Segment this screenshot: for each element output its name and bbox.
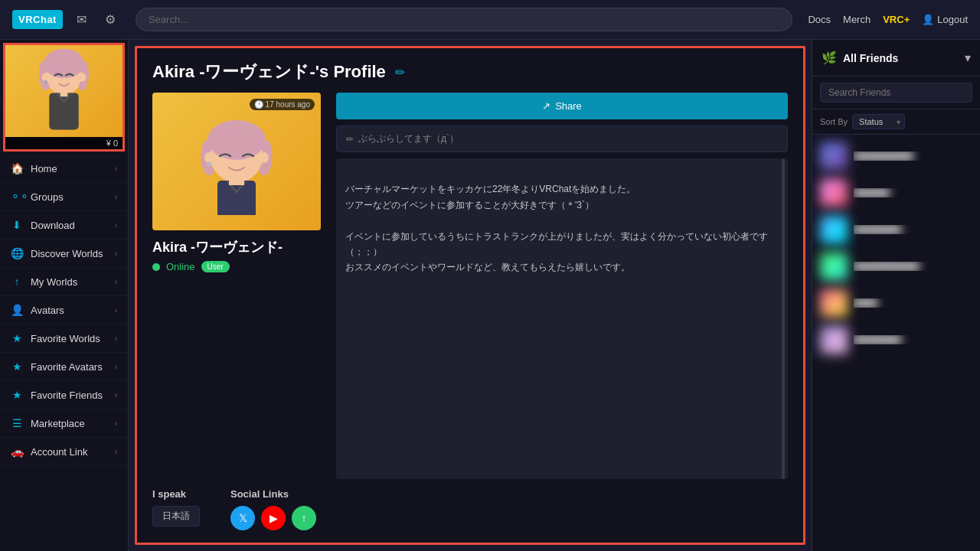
friends-search [812, 77, 980, 109]
social-icons: 𝕏 ▶ ↑ [230, 506, 316, 530]
sidebar-item-label-my-worlds: My Worlds [31, 276, 107, 288]
marketplace-icon: ☰ [11, 417, 23, 429]
svg-rect-5 [49, 93, 78, 129]
favorite-worlds-icon: ★ [11, 332, 23, 344]
mail-icon[interactable]: ✉ [72, 9, 91, 30]
friend-item[interactable]: ████████ [812, 321, 980, 358]
friends-sort: Sort By Status Name Recent ▾ [812, 109, 980, 135]
sidebar-item-label-favorite-friends: Favorite Friends [31, 390, 107, 401]
time-ago-text: 17 hours ago [266, 100, 310, 109]
chevron-right-icon-discover: › [115, 249, 117, 258]
svg-point-10 [260, 152, 269, 163]
sidebar-item-label-groups: Groups [31, 191, 107, 203]
sidebar-item-label-favorite-worlds: Favorite Worlds [31, 333, 107, 344]
friend-info: ██████████ [854, 152, 972, 161]
sort-label: Sort By [820, 117, 848, 126]
social-label: Social Links [230, 488, 316, 500]
profile-body: 🕐 17 hours ago [137, 93, 803, 488]
sidebar-item-favorite-friends[interactable]: ★ Favorite Friends › [0, 381, 128, 409]
status-row: Online User [152, 261, 321, 272]
svg-rect-6 [60, 91, 68, 96]
sidebar-item-download[interactable]: ⬇ Download › [0, 211, 128, 240]
sidebar-item-marketplace[interactable]: ☰ Marketplace › [0, 409, 128, 438]
sort-wrapper: Status Name Recent ▾ [852, 114, 905, 129]
friend-item[interactable]: ██████████ [812, 138, 980, 174]
youtube-link[interactable]: ▶ [261, 506, 286, 530]
settings-icon[interactable]: ⚙ [100, 9, 120, 30]
sidebar-item-favorite-avatars[interactable]: ★ Favorite Avatars › [0, 353, 128, 381]
friend-name: ██████████ [854, 152, 972, 161]
avatar-currency: ¥ 0 [5, 137, 122, 149]
search-input[interactable] [136, 8, 792, 31]
friends-panel: 🌿 All Friends ▾ Sort By Status Name Rece… [812, 40, 980, 551]
friend-name: ███████████ [854, 262, 972, 271]
speaks-section: I speak 日本語 [152, 488, 200, 530]
sidebar-avatar-section[interactable]: ¥ 0 [3, 43, 125, 152]
friends-label: All Friends [843, 52, 898, 64]
chevron-right-icon-download: › [115, 221, 117, 230]
share-social-icon: ↑ [302, 512, 307, 524]
language-tag: 日本語 [152, 506, 200, 527]
svg-point-1 [44, 49, 84, 78]
profile-details: ↗ Share ✏ ぶらぶらしてます（д`） バーチャルマーケットをキッカケに2… [336, 93, 788, 479]
chevron-right-icon-accountlink: › [115, 448, 117, 456]
sidebar-item-home[interactable]: 🏠 Home › [0, 155, 128, 183]
chevron-right-icon-myworlds: › [115, 278, 117, 286]
sidebar-item-account-link[interactable]: 🚗 Account Link › [0, 438, 128, 466]
my-worlds-icon: ↑ [11, 276, 23, 288]
time-badge: 🕐 17 hours ago [250, 99, 315, 110]
merch-link[interactable]: Merch [843, 14, 871, 25]
profile-name-status: Akira -ワーヴェンド- Online User [152, 238, 321, 272]
logout-icon: 👤 [922, 14, 934, 25]
twitter-link[interactable]: 𝕏 [230, 506, 255, 530]
vrcplus-link[interactable]: VRC+ [883, 14, 910, 25]
profile-header: Akira -ワーヴェンド-'s Profile ✏ [137, 48, 803, 93]
svg-point-4 [44, 80, 47, 84]
profile-avatar-image: 🕐 17 hours ago [152, 93, 321, 230]
sidebar-item-label-marketplace: Marketplace [31, 418, 107, 429]
chevron-right-icon: › [115, 165, 117, 173]
share-social-link[interactable]: ↑ [292, 506, 316, 530]
svg-point-11 [207, 161, 211, 166]
friends-dropdown-icon[interactable]: ▾ [965, 51, 971, 65]
sort-select[interactable]: Status Name Recent [852, 114, 905, 129]
sidebar-item-favorite-worlds[interactable]: ★ Favorite Worlds › [0, 324, 128, 353]
user-badge: User [201, 261, 230, 272]
topbar-links: Docs Merch VRC+ 👤 Logout [808, 14, 968, 25]
favorite-friends-icon: ★ [11, 389, 23, 401]
friend-name: ██████ [854, 188, 972, 197]
friend-item[interactable]: ████ [812, 285, 980, 321]
sidebar-item-label-avatars: Avatars [31, 305, 107, 316]
friend-item[interactable]: ██████ [812, 174, 980, 211]
speaks-label: I speak [152, 488, 200, 500]
friend-info: ███████████ [854, 262, 972, 271]
friend-info: ████████ [854, 335, 972, 344]
sidebar-item-groups[interactable]: ⚬⚬ Groups › [0, 183, 128, 211]
edit-icon[interactable]: ✏ [395, 65, 405, 80]
download-icon: ⬇ [11, 219, 23, 231]
sidebar-item-label-favorite-avatars: Favorite Avatars [31, 361, 107, 373]
sidebar-item-my-worlds[interactable]: ↑ My Worlds › [0, 268, 128, 296]
bio-scrollbar[interactable] [782, 158, 785, 479]
sidebar-item-discover-worlds[interactable]: 🌐 Discover Worlds › [0, 240, 128, 268]
profile-bottom: I speak 日本語 Social Links 𝕏 ▶ ↑ [137, 488, 803, 543]
share-button[interactable]: ↗ Share [336, 93, 788, 119]
docs-link[interactable]: Docs [808, 14, 831, 25]
content-pane: Akira -ワーヴェンド-'s Profile ✏ 🕐 17 hours ag… [129, 40, 812, 551]
vrchat-logo: VRChat [12, 10, 63, 29]
chevron-right-icon-favatavatars: › [115, 363, 117, 371]
sidebar: ¥ 0 🏠 Home › ⚬⚬ Groups › ⬇ Download › 🌐 … [0, 40, 129, 551]
friend-name: ████████ [854, 335, 972, 344]
friend-item[interactable]: ███████████ [812, 248, 980, 285]
friend-item[interactable]: ████████ [812, 211, 980, 248]
bio-hint: ✏ ぶらぶらしてます（д`） [336, 126, 788, 152]
favorite-avatars-icon: ★ [11, 360, 23, 373]
main-area: ¥ 0 🏠 Home › ⚬⚬ Groups › ⬇ Download › 🌐 … [0, 40, 980, 551]
logout-link[interactable]: 👤 Logout [922, 14, 968, 25]
status-text: Online [166, 261, 195, 272]
friends-search-input[interactable] [820, 83, 972, 103]
profile-username: Akira -ワーヴェンド- [152, 238, 321, 256]
sidebar-item-avatars[interactable]: 👤 Avatars › [0, 296, 128, 324]
svg-point-3 [79, 73, 87, 82]
youtube-icon: ▶ [270, 512, 278, 524]
